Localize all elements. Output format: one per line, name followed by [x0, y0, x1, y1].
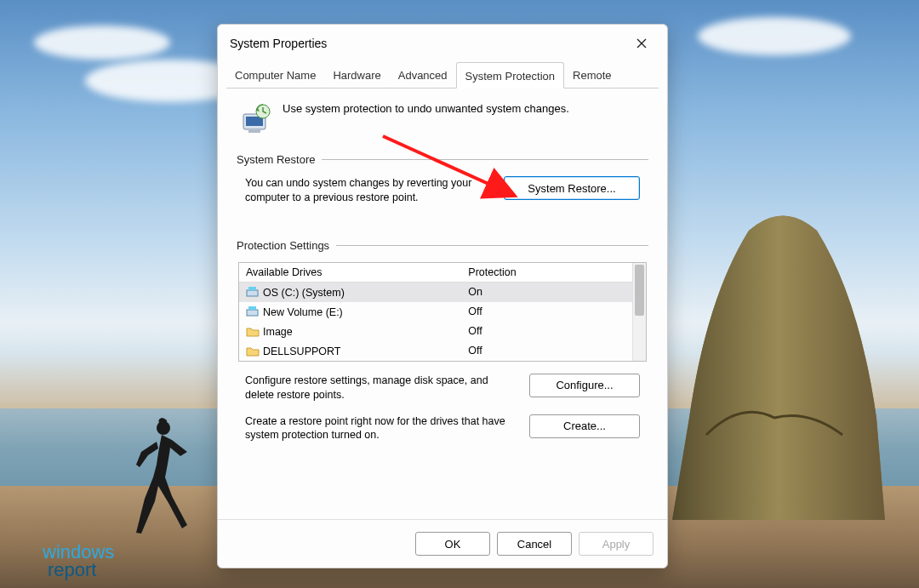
tab-hardware[interactable]: Hardware: [324, 62, 389, 88]
drive-name: DELLSUPPORT: [263, 345, 340, 357]
tab-computer-name[interactable]: Computer Name: [226, 62, 324, 88]
drives-header: Available Drives Protection: [239, 263, 646, 283]
intro-text: Use system protection to undo unwanted s…: [283, 102, 569, 115]
create-button[interactable]: Create...: [529, 414, 640, 438]
disk-icon: [246, 286, 260, 298]
drive-name: Image: [263, 326, 293, 338]
svg-rect-6: [248, 287, 256, 290]
protection-settings-group: Protection Settings Available Drives Pro…: [237, 239, 648, 443]
window-title: System Properties: [230, 37, 327, 50]
svg-rect-5: [247, 290, 258, 296]
create-description: Create a restore point right now for the…: [245, 414, 514, 443]
drive-row[interactable]: Image Off: [239, 322, 646, 341]
configure-description: Configure restore settings, manage disk …: [245, 374, 514, 402]
scrollbar[interactable]: [632, 263, 646, 361]
folder-icon: [246, 345, 260, 357]
restore-description: You can undo system changes by reverting…: [245, 176, 488, 205]
drive-row[interactable]: OS (C:) (System) On: [239, 283, 646, 302]
system-restore-group: System Restore You can undo system chang…: [237, 153, 648, 214]
column-protection[interactable]: Protection: [461, 263, 646, 282]
drive-status: Off: [461, 341, 646, 360]
system-restore-button[interactable]: System Restore...: [504, 176, 640, 200]
svg-rect-8: [248, 306, 256, 310]
ok-button[interactable]: OK: [415, 532, 490, 556]
column-drives[interactable]: Available Drives: [239, 263, 461, 282]
scrollbar-thumb[interactable]: [635, 265, 644, 316]
runner-silhouette: [128, 418, 196, 537]
drive-name: New Volume (E:): [263, 306, 343, 318]
close-icon: [636, 38, 647, 49]
intro-section: Use system protection to undo unwanted s…: [237, 97, 648, 148]
configure-button[interactable]: Configure...: [529, 374, 640, 397]
watermark-line2: report: [48, 562, 114, 579]
disk-icon: [246, 305, 260, 317]
tab-advanced[interactable]: Advanced: [390, 62, 456, 88]
drive-status: Off: [461, 322, 646, 340]
drive-status: On: [461, 283, 646, 301]
close-button[interactable]: [628, 31, 655, 55]
cancel-button[interactable]: Cancel: [497, 532, 572, 556]
tab-remote[interactable]: Remote: [564, 62, 620, 88]
system-properties-dialog: System Properties Computer Name Hardware…: [217, 24, 668, 568]
drive-row[interactable]: New Volume (E:) Off: [239, 302, 646, 322]
titlebar: System Properties: [218, 25, 667, 59]
system-protection-icon: [240, 102, 272, 134]
drive-name: OS (C:) (System): [263, 287, 345, 299]
watermark: windows report: [43, 544, 114, 579]
group-label-restore: System Restore: [237, 153, 315, 166]
rock-formation: [655, 197, 893, 520]
drive-status: Off: [461, 302, 646, 321]
folder-icon: [246, 325, 260, 337]
tab-system-protection[interactable]: System Protection: [456, 62, 565, 88]
drive-row[interactable]: DELLSUPPORT Off: [239, 341, 646, 361]
tab-strip: Computer Name Hardware Advanced System P…: [218, 62, 667, 88]
divider: [336, 245, 648, 246]
divider: [322, 159, 648, 160]
svg-rect-3: [248, 130, 260, 133]
drives-listbox[interactable]: Available Drives Protection OS (C:) (Sys…: [238, 262, 647, 362]
tab-content: Use system protection to undo unwanted s…: [218, 88, 667, 511]
svg-rect-7: [247, 310, 258, 316]
group-label-protection: Protection Settings: [237, 239, 329, 252]
apply-button: Apply: [579, 532, 654, 556]
dialog-footer: OK Cancel Apply: [218, 519, 667, 568]
